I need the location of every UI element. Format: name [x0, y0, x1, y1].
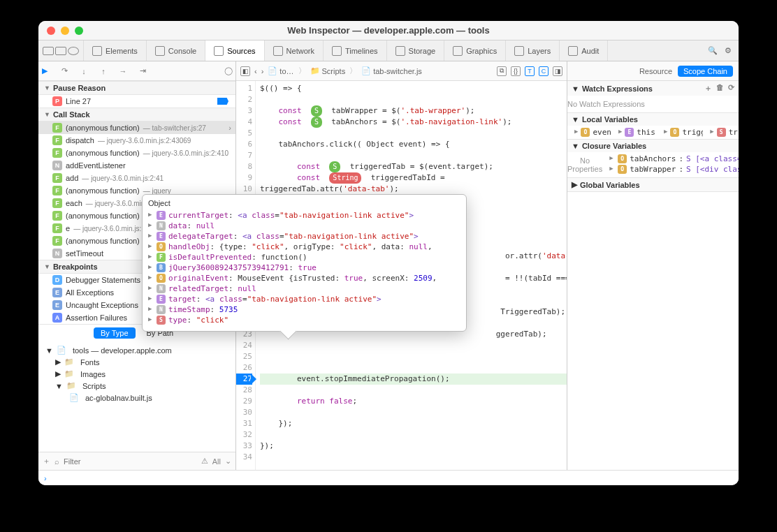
- clear-watch-icon[interactable]: 🗑: [716, 83, 724, 94]
- graphics-icon: [453, 46, 463, 56]
- console-icon: [155, 46, 165, 56]
- variable-row[interactable]: ▶OtabWrapper: S [<div class="tab-wr: [602, 164, 739, 175]
- tab-elements[interactable]: Elements: [84, 40, 147, 61]
- step-out-icon[interactable]: ↑: [97, 66, 110, 76]
- tab-timelines[interactable]: Timelines: [324, 40, 387, 61]
- coverage-icon[interactable]: C: [539, 66, 549, 76]
- step-next-icon[interactable]: ⇥: [136, 66, 149, 76]
- resource-tab[interactable]: Resource: [639, 67, 672, 75]
- object-property-row[interactable]: ▶FisDefaultPrevented: function(): [143, 252, 466, 263]
- object-popover: Object ▶EcurrentTarget: <a class="tab-na…: [142, 194, 467, 332]
- frame-badge-icon: F: [52, 148, 62, 158]
- type-badge-icon: O: [157, 242, 166, 251]
- filter-all-label[interactable]: All: [212, 457, 221, 466]
- type-badge-icon: E: [157, 295, 166, 304]
- object-property-row[interactable]: ▶OoriginalEvent: MouseEvent {isTrusted: …: [143, 273, 466, 283]
- object-property-row[interactable]: ▶EdelegateTarget: <a class="tab-navigati…: [143, 231, 466, 242]
- call-stack-frame[interactable]: Fdispatch — jquery-3.6.0.min.js:2:43069: [38, 134, 235, 147]
- step-into-icon[interactable]: ↓: [78, 66, 90, 76]
- call-stack-frame[interactable]: Fadd — jquery-3.6.0.min.js:2:41: [38, 172, 235, 184]
- gear-icon[interactable]: ⚙: [725, 46, 732, 55]
- breakpoint-toggle-icon[interactable]: ◯: [224, 66, 233, 75]
- source-header: ◧ ‹ › 📄 to…〉 📁 Scripts〉 📄 tab-switcher.j…: [236, 61, 567, 81]
- frame-badge-icon: F: [52, 198, 62, 208]
- tab-audit[interactable]: Audit: [560, 40, 608, 61]
- nav-back-icon[interactable]: ‹: [254, 67, 257, 75]
- tab-graphics[interactable]: Graphics: [444, 40, 506, 61]
- search-icon[interactable]: 🔍: [708, 46, 718, 55]
- breadcrumb[interactable]: 📄 tab-switcher.js: [361, 66, 422, 75]
- console-prompt[interactable]: ›: [38, 470, 739, 485]
- toggle-right-icon[interactable]: ◨: [553, 66, 562, 76]
- type-badge-icon: O: [618, 165, 627, 174]
- inspect-icon[interactable]: [68, 47, 79, 55]
- add-icon[interactable]: ＋: [43, 456, 50, 466]
- dock-bottom-icon[interactable]: [55, 47, 66, 55]
- variable-row[interactable]: ▶OtabAnchors: S [<a class="tab-navi: [602, 154, 739, 164]
- frame-badge-icon: F: [52, 236, 62, 246]
- object-property-row[interactable]: ▶Ndata: null: [143, 221, 466, 231]
- closure-empty: No Properties: [567, 154, 602, 176]
- folder-icon: [66, 381, 79, 390]
- type-icon[interactable]: T: [525, 66, 535, 76]
- tab-sources[interactable]: Sources: [205, 40, 264, 61]
- call-stack-header[interactable]: ▼Call Stack: [38, 108, 235, 121]
- resume-icon[interactable]: ▶: [38, 66, 51, 76]
- tree-folder[interactable]: ▶Images: [38, 368, 235, 380]
- scope-panel: Resource Scope Chain ▼Watch Expressions＋…: [567, 61, 739, 470]
- call-stack-frame[interactable]: F(anonymous function) — jquery-3.6.0.min…: [38, 147, 235, 159]
- dock-controls[interactable]: [38, 40, 84, 61]
- tab-bar: Elements Console Sources Network Timelin…: [38, 40, 739, 61]
- tab-console[interactable]: Console: [147, 40, 205, 61]
- breadcrumb[interactable]: 📄 to…: [268, 66, 293, 75]
- variable-row[interactable]: ▶Oevent: {originalEvent: MouseEve: [567, 127, 611, 138]
- step-over-icon[interactable]: ↷: [58, 66, 71, 76]
- tab-network[interactable]: Network: [265, 40, 324, 61]
- object-property-row[interactable]: ▶NrelatedTarget: null: [143, 283, 466, 294]
- by-type-button[interactable]: By Type: [94, 327, 136, 339]
- filter-input[interactable]: [64, 457, 197, 466]
- filter-bar: ＋ ⌕ ⚠ All ⌄: [38, 452, 235, 470]
- scope-chain-tab[interactable]: Scope Chain: [678, 66, 733, 77]
- watch-section: ▼Watch Expressions＋🗑⟳ No Watch Expressio…: [567, 81, 739, 113]
- call-stack-frame[interactable]: F(anonymous function) — tab-switcher.js:…: [38, 121, 235, 134]
- type-badge-icon: O: [670, 128, 679, 137]
- type-badge-icon: E: [157, 232, 166, 241]
- object-property-row[interactable]: ▶NtimeStamp: 5735: [143, 304, 466, 315]
- variable-row[interactable]: ▶StriggeredTabId: "five": [703, 127, 739, 138]
- add-watch-icon[interactable]: ＋: [704, 83, 712, 94]
- tab-storage[interactable]: Storage: [387, 40, 445, 61]
- tree-root[interactable]: ▼tools — developer.apple.com: [38, 344, 235, 356]
- toggle-left-icon[interactable]: ◧: [240, 66, 250, 76]
- object-property-row[interactable]: ▶OhandleObj: {type: "click", origType: "…: [143, 242, 466, 252]
- pause-badge-icon: P: [52, 96, 62, 106]
- step-icon[interactable]: →: [117, 66, 129, 76]
- tree-file[interactable]: ac-globalnav.built.js: [38, 392, 235, 404]
- call-stack-frame[interactable]: NaddEventListener: [38, 159, 235, 172]
- js-file-icon: [69, 393, 82, 402]
- copy-icon[interactable]: ⧉: [497, 66, 507, 76]
- nav-forward-icon[interactable]: ›: [261, 67, 264, 75]
- braces-icon[interactable]: {}: [511, 66, 521, 76]
- warning-icon[interactable]: ⚠: [201, 457, 208, 466]
- audit-icon: [568, 46, 578, 56]
- tree-folder[interactable]: ▼Scripts: [38, 380, 235, 392]
- breadcrumb[interactable]: 📁 Scripts: [310, 66, 346, 75]
- object-property-row[interactable]: ▶Stype: "click": [143, 315, 466, 325]
- object-property-row[interactable]: ▶BjQuery360089243757394127​91: true: [143, 263, 466, 273]
- timelines-icon: [332, 46, 342, 56]
- frame-badge-icon: F: [52, 186, 62, 195]
- type-badge-icon: O: [618, 154, 627, 163]
- dock-side-icon[interactable]: [43, 47, 54, 55]
- object-property-row[interactable]: ▶Etarget: <a class="tab-navigation-link …: [143, 294, 466, 304]
- variable-row[interactable]: ▶Ethis: <a class="tab-navigation-li: [611, 127, 657, 138]
- resource-tree: ▼tools — developer.apple.com ▶Fonts ▶Ima…: [38, 341, 235, 452]
- chevron-icon[interactable]: ⌄: [225, 457, 231, 466]
- refresh-watch-icon[interactable]: ⟳: [728, 83, 734, 94]
- variable-row[interactable]: ▶OtriggeredTab: S [<a class="tab-nav: [657, 127, 703, 138]
- object-property-row[interactable]: ▶EcurrentTarget: <a class="tab-navigatio…: [143, 210, 466, 221]
- pause-reason-header[interactable]: ▼Pause Reason: [38, 81, 235, 95]
- pause-reason-row[interactable]: PLine 27: [38, 95, 235, 108]
- tab-layers[interactable]: Layers: [506, 40, 560, 61]
- tree-folder[interactable]: ▶Fonts: [38, 356, 235, 368]
